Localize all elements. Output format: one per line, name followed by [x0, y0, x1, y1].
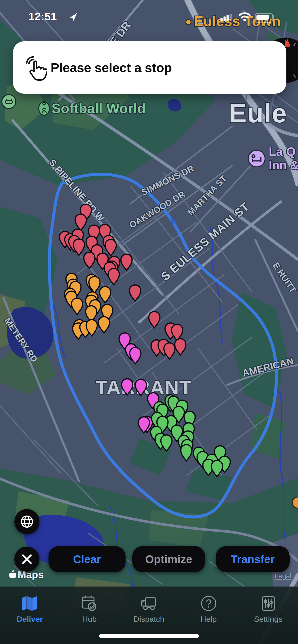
legal-link[interactable]: Legal [274, 572, 291, 580]
delivery-stop-pin-red[interactable] [164, 343, 175, 359]
stadium-icon [2, 94, 16, 108]
transfer-button[interactable]: Transfer [216, 546, 290, 572]
delivery-stop-pin-red[interactable] [84, 252, 95, 268]
close-icon [21, 553, 33, 565]
delivery-stop-pin-orange[interactable] [100, 286, 111, 303]
tab-deliver-label: Deliver [17, 614, 43, 624]
tab-hub-label: Hub [82, 614, 97, 624]
truck-icon [139, 595, 159, 612]
delivery-stop-pin-red[interactable] [130, 285, 141, 301]
folded-map-icon [21, 595, 39, 612]
tap-hand-icon [20, 54, 47, 81]
wifi-icon [238, 12, 251, 21]
poi-la-quinta-2: Inn & [269, 158, 298, 172]
delivery-stop-pin-orange[interactable] [72, 298, 83, 314]
sliders-icon [260, 595, 277, 612]
delivery-stop-pin-green[interactable] [181, 445, 192, 461]
svg-text:OAKWOOD DR: OAKWOOD DR [128, 189, 187, 230]
select-stop-banner: Please select a stop [13, 41, 286, 94]
delivery-stop-pin-red[interactable] [121, 254, 132, 270]
transfer-label: Transfer [231, 553, 274, 566]
poi-la-quinta-1: La Q [269, 145, 296, 158]
poi-softball-world: Softball World [52, 100, 146, 116]
battery-icon [255, 13, 273, 23]
calendar-check-icon [80, 594, 99, 612]
city-label: Eule [229, 98, 287, 128]
delivery-stop-pin-red[interactable] [108, 268, 119, 285]
tab-dispatch-label: Dispatch [134, 614, 164, 624]
delivery-stop-pin-red[interactable] [75, 214, 86, 230]
clock: 12:51 [28, 10, 57, 23]
delivery-stop-pin-pink[interactable] [130, 348, 141, 364]
tab-help-label: Help [200, 614, 217, 624]
delivery-stop-pin-orange[interactable] [89, 276, 100, 293]
tab-settings[interactable]: Settings [238, 587, 298, 644]
optimize-label: Optimize [145, 553, 192, 566]
delivery-stop-pin-red[interactable] [73, 239, 85, 255]
close-button[interactable] [15, 547, 40, 572]
home-indicator[interactable] [99, 634, 199, 638]
clear-button[interactable]: Clear [49, 546, 126, 572]
optimize-button[interactable]: Optimize [132, 546, 205, 572]
question-icon [200, 595, 217, 612]
delivery-stop-pin-red[interactable] [171, 324, 183, 340]
delivery-stop-pin-red[interactable] [105, 240, 116, 256]
globe-icon [20, 514, 34, 529]
apple-logo-icon [7, 569, 16, 580]
svg-text:E HUITT: E HUITT [271, 261, 298, 295]
globe-button[interactable] [15, 509, 40, 534]
tab-deliver[interactable]: Deliver [0, 587, 60, 644]
location-arrow-icon [69, 12, 78, 21]
tab-settings-label: Settings [254, 614, 282, 624]
delivery-stop-pin-red[interactable] [149, 312, 160, 328]
bed-icon [248, 150, 265, 167]
delivery-stop-pin-red[interactable] [175, 339, 186, 355]
banner-message: Please select a stop [51, 60, 172, 75]
status-bar: 12:51 [0, 0, 298, 26]
delivery-stop-pin-orange[interactable] [98, 317, 110, 333]
clear-label: Clear [73, 553, 101, 566]
